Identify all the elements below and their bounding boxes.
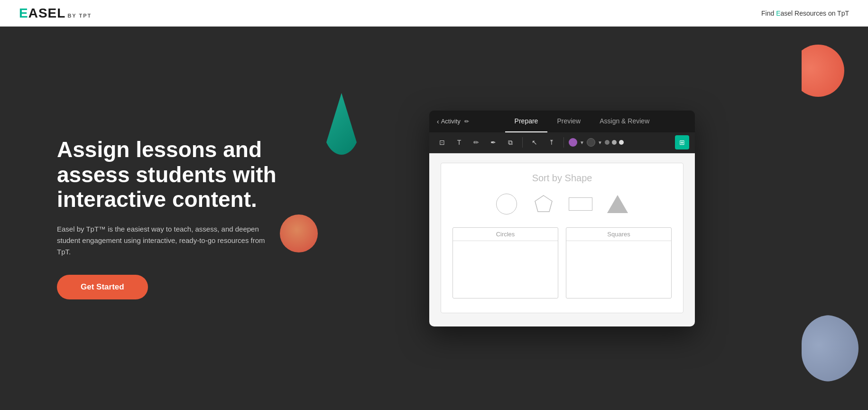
copy-tool-button[interactable]: ⧉ xyxy=(503,135,517,149)
app-tabs: Prepare Preview Assign & Review xyxy=(477,111,687,132)
circles-box-body xyxy=(453,241,558,298)
shape-pentagon-item xyxy=(532,192,555,216)
pentagon-shape xyxy=(533,194,554,214)
grid-icon: ⊞ xyxy=(679,139,685,146)
tab-assign-review[interactable]: Assign & Review xyxy=(590,111,659,132)
cursor-tool-button[interactable]: ↖ xyxy=(527,135,542,149)
color-swatch: ▼ ▼ xyxy=(569,138,624,147)
app-back-button[interactable]: ‹ Activity ✏ xyxy=(437,118,469,125)
upload-icon: ⤒ xyxy=(549,139,554,146)
shape-triangle-item xyxy=(606,192,629,216)
canvas-title: Sort by Shape xyxy=(452,173,672,184)
blob-salmon-decor xyxy=(792,45,844,97)
logo-wordmark: EASEL xyxy=(19,6,65,21)
dot-small-1[interactable] xyxy=(605,140,609,145)
navigation: EASEL BY TPT Find Easel Resources on TpT xyxy=(0,0,868,27)
pen-icon: ✏ xyxy=(473,139,479,146)
squares-box-label: Squares xyxy=(566,228,671,241)
tab-prepare[interactable]: Prepare xyxy=(505,111,548,132)
shape-circle-item xyxy=(495,192,518,216)
app-topbar: ‹ Activity ✏ Prepare Preview Assign & Re… xyxy=(429,111,695,132)
hero-headline: Assign lessons and assess students with … xyxy=(57,137,304,213)
color-chevron-2-icon[interactable]: ▼ xyxy=(598,140,602,145)
find-resources-link[interactable]: Find Easel Resources on TpT xyxy=(761,9,849,17)
tab-preview[interactable]: Preview xyxy=(547,111,590,132)
circles-box-label: Circles xyxy=(453,228,558,241)
app-window: ‹ Activity ✏ Prepare Preview Assign & Re… xyxy=(429,111,695,326)
frame-tool-button[interactable]: ⊡ xyxy=(435,135,449,149)
canvas-content: Sort by Shape xyxy=(441,163,683,313)
pen-tool-button[interactable]: ✏ xyxy=(469,135,483,149)
dot-small-2[interactable] xyxy=(612,140,617,145)
rectangle-shape xyxy=(569,197,592,211)
triangle-shape xyxy=(607,195,628,213)
logo-e-accent: E xyxy=(19,6,28,20)
hero-subtext: Easel by TpT™ is the easiest way to teac… xyxy=(57,224,275,258)
circle-shape xyxy=(496,194,517,214)
grid-tool-button[interactable]: ⊞ xyxy=(675,135,689,149)
cursor-icon: ↖ xyxy=(532,139,537,146)
activity-label: Activity xyxy=(441,118,461,125)
frame-icon: ⊡ xyxy=(439,139,445,146)
dot-small-3[interactable] xyxy=(619,140,624,145)
shape-rect-item xyxy=(569,192,592,216)
get-started-button[interactable]: Get Started xyxy=(57,275,148,299)
squares-sort-box: Squares xyxy=(566,227,672,298)
svg-marker-0 xyxy=(535,196,552,212)
app-canvas: Sort by Shape xyxy=(429,153,695,326)
shapes-row xyxy=(452,192,672,216)
hero-section: Assign lessons and assess students with … xyxy=(0,27,868,410)
text-icon: T xyxy=(457,139,462,146)
app-mockup-container: ‹ Activity ✏ Prepare Preview Assign & Re… xyxy=(304,111,821,326)
brush-tool-button[interactable]: ✒ xyxy=(486,135,500,149)
brush-icon: ✒ xyxy=(490,139,496,146)
logo-by-tpt: BY TPT xyxy=(67,13,92,19)
app-toolbar: ⊡ T ✏ ✒ ⧉ ↖ ⤒ xyxy=(429,132,695,153)
color-dark-dot[interactable] xyxy=(587,138,595,147)
toolbar-divider-1 xyxy=(522,137,523,148)
toolbar-divider-2 xyxy=(563,137,564,148)
sort-boxes: Circles Squares xyxy=(452,227,672,298)
back-chevron-icon: ‹ xyxy=(437,118,439,125)
color-chevron-icon[interactable]: ▼ xyxy=(580,140,584,145)
color-purple-dot[interactable] xyxy=(569,138,577,147)
copy-icon: ⧉ xyxy=(508,139,513,147)
edit-icon[interactable]: ✏ xyxy=(464,118,469,125)
squares-box-body xyxy=(566,241,671,298)
circles-sort-box: Circles xyxy=(452,227,558,298)
hero-content: Assign lessons and assess students with … xyxy=(57,137,304,300)
text-tool-button[interactable]: T xyxy=(452,135,466,149)
upload-tool-button[interactable]: ⤒ xyxy=(545,135,559,149)
logo: EASEL BY TPT xyxy=(19,6,92,21)
